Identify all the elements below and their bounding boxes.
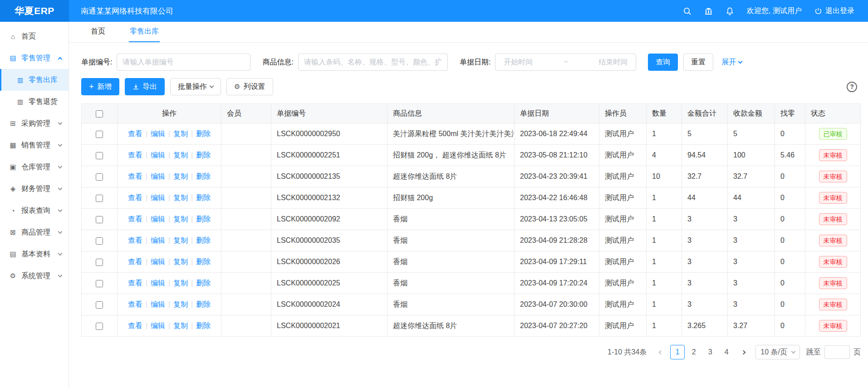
edit-action-link[interactable]: 编辑	[151, 322, 165, 329]
goods-info-input[interactable]	[298, 54, 448, 71]
jump-page-input[interactable]	[824, 345, 850, 359]
delete-action-link[interactable]: 删除	[196, 215, 211, 223]
platform-bank-icon[interactable]	[704, 7, 713, 15]
copy-action-link[interactable]: 复制	[173, 258, 188, 265]
search-button[interactable]: 查询	[648, 54, 678, 71]
copy-action-link[interactable]: 复制	[173, 151, 188, 159]
column-settings-label: 列设置	[244, 82, 265, 92]
table-row: 查看|编辑|复制|删除LSCK00000002132招财猫 200g2023-0…	[82, 187, 861, 209]
column-settings-button[interactable]: ⚙ 列设置	[226, 78, 273, 95]
view-action-link[interactable]: 查看	[128, 236, 142, 244]
sidebar-item-purchase[interactable]: ⊞采购管理	[0, 113, 69, 134]
delete-action-link[interactable]: 删除	[196, 172, 211, 180]
sidebar-item-sales[interactable]: ▦销售管理	[0, 134, 69, 156]
doc-no-cell: LSCK00000002950	[271, 123, 387, 145]
copy-action-link[interactable]: 复制	[173, 236, 188, 244]
table-row: 查看|编辑|复制|删除LSCK00000002251招财猫 200g， 超迷你维…	[82, 145, 861, 166]
sidebar-item-finance[interactable]: ◈财务管理	[0, 178, 69, 200]
edit-action-link[interactable]: 编辑	[151, 300, 165, 308]
next-page-button[interactable]	[736, 345, 750, 359]
delete-action-link[interactable]: 删除	[196, 130, 211, 138]
sidebar-item-goods[interactable]: ⊠商品管理	[0, 221, 69, 243]
logout-button[interactable]: 退出登录	[814, 6, 854, 16]
date-range-picker[interactable]: 开始时间 ~ 结束时间	[495, 54, 636, 71]
row-checkbox[interactable]	[96, 131, 103, 138]
edit-action-link[interactable]: 编辑	[151, 151, 165, 159]
edit-action-link[interactable]: 编辑	[151, 279, 165, 287]
batch-actions-button[interactable]: 批量操作	[170, 78, 221, 95]
select-all-checkbox[interactable]	[96, 110, 103, 118]
edit-action-link[interactable]: 编辑	[151, 172, 165, 180]
delete-action-link[interactable]: 删除	[196, 151, 211, 159]
row-checkbox[interactable]	[96, 216, 103, 223]
prev-page-button[interactable]	[654, 345, 667, 359]
reset-button[interactable]: 重置	[683, 54, 713, 71]
delete-action-link[interactable]: 删除	[196, 236, 211, 244]
view-action-link[interactable]: 查看	[128, 130, 142, 138]
view-action-link[interactable]: 查看	[128, 322, 142, 329]
edit-action-link[interactable]: 编辑	[151, 258, 165, 265]
view-action-link[interactable]: 查看	[128, 215, 142, 223]
sidebar-item-warehouse[interactable]: ▣仓库管理	[0, 156, 69, 178]
row-checkbox[interactable]	[96, 173, 103, 181]
edit-action-link[interactable]: 编辑	[151, 236, 165, 244]
copy-action-link[interactable]: 复制	[173, 215, 188, 223]
row-checkbox[interactable]	[96, 152, 103, 159]
tab-home[interactable]: 首页	[90, 22, 106, 42]
copy-action-link[interactable]: 复制	[173, 130, 188, 138]
tab-retail-outbound[interactable]: 零售出库	[129, 22, 160, 42]
copy-action-link[interactable]: 复制	[173, 194, 188, 201]
edit-action-link[interactable]: 编辑	[151, 194, 165, 201]
edit-action-link[interactable]: 编辑	[151, 215, 165, 223]
action-separator: |	[168, 215, 170, 223]
delete-action-link[interactable]: 删除	[196, 194, 211, 201]
delete-action-link[interactable]: 删除	[196, 258, 211, 265]
row-checkbox[interactable]	[96, 280, 103, 287]
add-button[interactable]: + 新增	[81, 78, 119, 95]
delete-action-link[interactable]: 删除	[196, 322, 211, 329]
app-logo[interactable]: 华夏ERP	[0, 0, 69, 22]
page-size-select[interactable]: 10 条/页	[755, 345, 800, 359]
sidebar-subitem-retail-return[interactable]: ▥零售退货	[0, 91, 69, 113]
notification-bell-icon[interactable]	[726, 7, 734, 15]
doc-no-cell: LSCK00000002035	[271, 230, 387, 251]
sidebar-item-retail[interactable]: ▤零售管理	[0, 47, 69, 69]
edit-action-link[interactable]: 编辑	[151, 130, 165, 138]
row-checkbox[interactable]	[96, 323, 103, 330]
view-action-link[interactable]: 查看	[128, 194, 142, 201]
row-checkbox[interactable]	[96, 237, 103, 245]
view-action-link[interactable]: 查看	[128, 258, 142, 265]
change-cell: 0	[775, 209, 805, 230]
doc-no-input[interactable]	[117, 54, 250, 71]
sidebar-item-system[interactable]: ⚙系统管理	[0, 265, 69, 287]
search-icon[interactable]	[683, 7, 691, 15]
export-button[interactable]: 导出	[125, 78, 165, 95]
delete-action-link[interactable]: 删除	[196, 279, 211, 287]
view-action-link[interactable]: 查看	[128, 151, 142, 159]
copy-action-link[interactable]: 复制	[173, 322, 188, 329]
page-button-3[interactable]: 3	[703, 345, 717, 359]
view-action-link[interactable]: 查看	[128, 172, 142, 180]
header-main: 南通某某网络科技有限公司 欢迎您, 测试用户 退出登录	[69, 0, 868, 22]
row-checkbox[interactable]	[96, 195, 103, 202]
view-action-link[interactable]: 查看	[128, 300, 142, 308]
page-button-1[interactable]: 1	[670, 345, 685, 359]
sidebar-item-label: 系统管理	[21, 271, 54, 281]
sidebar-item-home[interactable]: ⌂首页	[0, 25, 69, 47]
sidebar-subitem-retail-outbound[interactable]: ▥零售出库	[0, 69, 69, 91]
copy-action-link[interactable]: 复制	[173, 300, 188, 308]
copy-action-link[interactable]: 复制	[173, 172, 188, 180]
sidebar-item-report[interactable]: ◔报表查询	[0, 200, 69, 221]
row-checkbox[interactable]	[96, 259, 103, 266]
expand-toggle[interactable]: 展开	[721, 58, 742, 67]
delete-action-link[interactable]: 删除	[196, 300, 211, 308]
copy-action-link[interactable]: 复制	[173, 279, 188, 287]
page-button-2[interactable]: 2	[687, 345, 701, 359]
row-actions-cell: 查看|编辑|复制|删除	[118, 123, 221, 145]
page-button-4[interactable]: 4	[719, 345, 734, 359]
view-action-link[interactable]: 查看	[128, 279, 142, 287]
sidebar-item-basic-data[interactable]: ▤基本资料	[0, 243, 69, 265]
received-cell: 44	[728, 187, 775, 209]
row-checkbox[interactable]	[96, 301, 103, 309]
help-icon[interactable]: ?	[847, 82, 857, 92]
